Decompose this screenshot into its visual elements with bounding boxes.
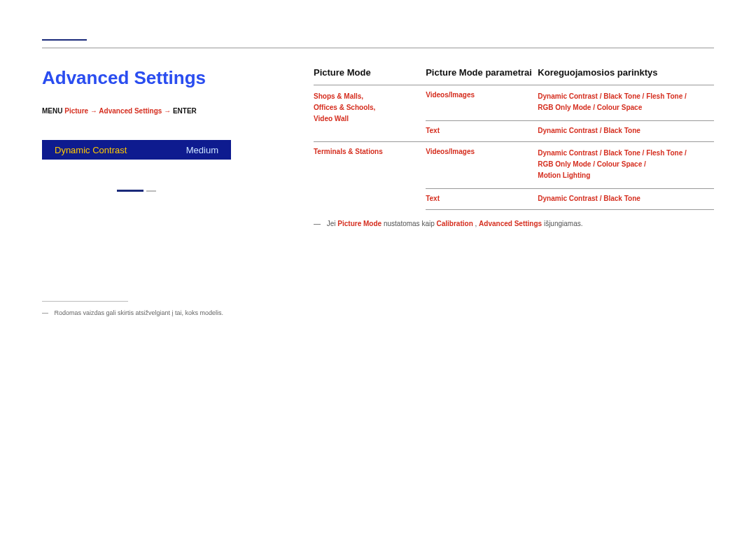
dash-icon: ―	[314, 220, 321, 227]
footnote-text: Rodomas vaizdas gali skirtis atsižvelgia…	[55, 309, 224, 316]
note-calibration: Calibration	[437, 220, 473, 227]
cell-param: Text	[426, 189, 538, 210]
cell-param: Videos/Images	[426, 85, 538, 121]
osd-scroll-indicator	[42, 183, 231, 192]
page-title: Advanced Settings	[42, 67, 283, 89]
th-adjustable-options: Koreguojamosios parinktys	[538, 67, 714, 85]
bar-segment	[117, 190, 144, 192]
cell-options: Dynamic Contrast / Black Tone	[538, 189, 714, 210]
osd-value: Medium	[186, 145, 218, 155]
settings-table: Picture Mode Picture Mode parametrai Kor…	[314, 67, 714, 210]
breadcrumb-p1: Picture	[64, 107, 88, 115]
bar-segment	[146, 190, 156, 192]
note-advanced-settings: Advanced Settings	[479, 220, 542, 227]
breadcrumb-enter: ENTER	[173, 107, 197, 115]
cell-options: Dynamic Contrast / Black Tone	[538, 121, 714, 142]
breadcrumb-arrow-2: →	[164, 107, 171, 115]
footnote: ― Rodomas vaizdas gali skirtis atsižvelg…	[42, 309, 223, 316]
osd-card: Dynamic Contrast Medium	[42, 140, 231, 192]
cell-param: Videos/Images	[426, 142, 538, 189]
cell-mode-group: Shops & Malls, Offices & Schools, Video …	[314, 85, 426, 142]
cell-param: Text	[426, 121, 538, 142]
breadcrumb-p2: Advanced Settings	[99, 107, 162, 115]
cell-options: Dynamic Contrast / Black Tone / Flesh To…	[538, 142, 714, 189]
left-column: Advanced Settings MENU Picture → Advance…	[42, 67, 283, 192]
table-row: Shops & Malls, Offices & Schools, Video …	[314, 85, 714, 121]
breadcrumb-arrow-1: →	[90, 107, 97, 115]
note-picture-mode: Picture Mode	[337, 220, 382, 227]
table-note: ― Jei Picture Mode nustatomas kaip Calib…	[314, 220, 714, 227]
osd-row-dynamic-contrast: Dynamic Contrast Medium	[42, 140, 231, 160]
table-row: Terminals & Stations Videos/Images Dynam…	[314, 142, 714, 189]
breadcrumb-menu: MENU	[42, 107, 62, 115]
breadcrumb: MENU Picture → Advanced Settings → ENTER	[42, 107, 283, 115]
dash-icon: ―	[42, 309, 48, 316]
th-picture-mode-params: Picture Mode parametrai	[426, 67, 538, 85]
top-rule	[42, 48, 714, 48]
cell-options: Dynamic Contrast / Black Tone / Flesh To…	[538, 85, 714, 121]
osd-label: Dynamic Contrast	[55, 145, 127, 155]
right-column: Picture Mode Picture Mode parametrai Kor…	[314, 67, 714, 227]
th-picture-mode: Picture Mode	[314, 67, 426, 85]
footnote-rule	[42, 301, 128, 302]
title-accent-bar	[42, 39, 87, 41]
cell-mode-group: Terminals & Stations	[314, 142, 426, 210]
